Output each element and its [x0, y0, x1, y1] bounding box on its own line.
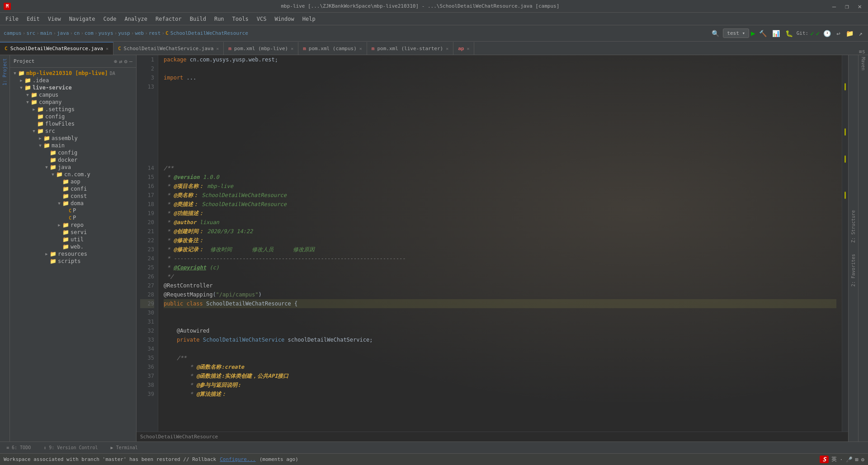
tab-close-button-6[interactable]: ✕ — [467, 46, 469, 51]
menu-file[interactable]: File — [2, 14, 22, 23]
menu-navigate[interactable]: Navigate — [66, 14, 99, 23]
tree-item-const[interactable]: 📁 const — [10, 193, 136, 200]
git-check-2[interactable]: ✓ — [816, 30, 820, 37]
tree-item-flowfiles[interactable]: 📁 flowFiles — [10, 120, 136, 127]
git-check-1[interactable]: ✓ — [810, 30, 814, 37]
breadcrumb-java[interactable]: java — [57, 30, 69, 36]
breadcrumb-cn[interactable]: cn — [74, 30, 80, 36]
tab-school-detail-we-chat-service[interactable]: C SchoolDetailWeChatService.java ✕ — [113, 42, 224, 55]
tree-item-settings[interactable]: ▶ 📁 .settings — [10, 106, 136, 113]
menu-analyze[interactable]: Analyze — [121, 14, 151, 23]
menu-build[interactable]: Build — [186, 14, 210, 23]
panel-add-icon[interactable]: ⊕ — [114, 58, 117, 65]
tree-item-scripts[interactable]: 📁 scripts — [10, 258, 136, 265]
breadcrumb-class[interactable]: SchoolDetailWeChatResource — [170, 30, 248, 36]
close-button[interactable]: ✕ — [855, 2, 864, 11]
menu-run[interactable]: Run — [211, 14, 228, 23]
tree-item-doma[interactable]: ▼ 📁 doma — [10, 200, 136, 207]
tree-item-java[interactable]: ▼ 📁 java — [10, 164, 136, 171]
tree-item-assembly[interactable]: ▶ 📁 assembly — [10, 135, 136, 142]
search-toolbar-icon[interactable]: 🔍 — [710, 29, 721, 38]
tab-ap[interactable]: ap ✕ — [453, 42, 474, 55]
menu-refactor[interactable]: Refactor — [152, 14, 185, 23]
tree-item-repo[interactable]: ▶ 📁 repo — [10, 221, 136, 229]
coverage-icon[interactable]: 📊 — [770, 29, 782, 38]
breadcrumb-rest[interactable]: rest — [149, 30, 161, 36]
menu-view[interactable]: View — [44, 14, 65, 23]
tree-item-class-p1[interactable]: C P — [10, 207, 136, 214]
bottom-tab-terminal[interactable]: ▶ Terminal — [106, 444, 142, 451]
ime-dot[interactable]: · — [840, 456, 843, 463]
menu-window[interactable]: Window — [271, 14, 297, 23]
menu-vcs[interactable]: VCS — [253, 14, 270, 23]
folder-icon-cncom: 📁 — [56, 171, 63, 178]
tab-close-button-5[interactable]: ✕ — [446, 46, 448, 51]
run-button[interactable]: ▶ — [751, 29, 755, 38]
tab-overflow-button[interactable]: ≡s — [856, 48, 868, 55]
breadcrumb-src[interactable]: src — [26, 30, 35, 36]
tab-close-button-4[interactable]: ✕ — [359, 46, 362, 51]
menu-tools[interactable]: Tools — [229, 14, 252, 23]
breadcrumb-yusys[interactable]: yusys — [99, 30, 113, 36]
tree-item-src[interactable]: ▼ 📁 src — [10, 127, 136, 135]
breadcrumb-com[interactable]: com — [85, 30, 94, 36]
tree-da-badge: DA — [110, 71, 115, 76]
tree-item-servi[interactable]: 📁 servi — [10, 229, 136, 236]
breadcrumb-yusp[interactable]: yusp — [118, 30, 130, 36]
tab-close-button[interactable]: ✕ — [106, 46, 108, 51]
tree-item-docker[interactable]: 📁 docker — [10, 156, 136, 164]
tree-item-main[interactable]: ▼ 📁 main — [10, 142, 136, 149]
tree-item-web[interactable]: 📁 web. — [10, 243, 136, 250]
tab-close-button-3[interactable]: ✕ — [291, 46, 293, 51]
tab-pom-mbp-live[interactable]: m pom.xml (mbp-live) ✕ — [224, 42, 298, 55]
share-icon[interactable]: ↗ — [857, 29, 864, 38]
breadcrumb-main[interactable]: main — [40, 30, 52, 36]
tab-pom-live-starter[interactable]: m pom.xml (live-starter) ✕ — [367, 42, 453, 55]
tab-pom-campus[interactable]: m pom.xml (campus) ✕ — [298, 42, 367, 55]
configure-link[interactable]: Configure... — [220, 456, 255, 462]
tree-item-cncom[interactable]: ▼ 📁 cn.com.y — [10, 171, 136, 178]
panel-sync-icon[interactable]: ⇄ — [119, 58, 122, 65]
ime-grid[interactable]: ⊞ — [855, 456, 859, 463]
tab-close-button-2[interactable]: ✕ — [216, 46, 219, 51]
menu-help[interactable]: Help — [299, 14, 319, 23]
run-config-dropdown[interactable]: test ▾ — [723, 28, 749, 38]
tree-item-aop[interactable]: 📁 aop — [10, 178, 136, 185]
tree-item-resources[interactable]: ▶ 📁 resources — [10, 250, 136, 258]
minimize-button[interactable]: — — [830, 2, 839, 11]
tree-item-config2[interactable]: 📁 config — [10, 149, 136, 156]
z-structure-label[interactable]: Z: Structure — [850, 208, 857, 244]
tree-item-idea[interactable]: ▶ 📁 .idea — [10, 77, 136, 84]
menu-code[interactable]: Code — [100, 14, 120, 23]
tree-item-confi[interactable]: 📁 confi — [10, 185, 136, 193]
build-icon[interactable]: 🔨 — [757, 29, 769, 38]
ime-settings[interactable]: ⚙ — [861, 456, 864, 463]
tree-item-root[interactable]: ▼ 📁 mbp-live210310 [mbp-live] DA — [10, 70, 136, 77]
tree-item-util[interactable]: 📁 util — [10, 236, 136, 243]
tree-item-class-p2[interactable]: C P — [10, 214, 136, 221]
folder-icon[interactable]: 📁 — [844, 29, 855, 38]
bottom-tab-version-control[interactable]: ↕ 9: Version Control — [39, 444, 102, 451]
clock-icon[interactable]: 🕐 — [821, 29, 833, 38]
ime-mic[interactable]: 🎤 — [846, 456, 853, 463]
tab-school-detail-we-chat-resource[interactable]: C SchoolDetailWeChatResource.java ✕ — [0, 42, 113, 55]
breadcrumb-campus[interactable]: campus — [4, 30, 22, 36]
undo-icon[interactable]: ↩ — [835, 29, 842, 38]
tree-item-campus[interactable]: ▼ 📁 campus — [10, 91, 136, 99]
bottom-tab-todo[interactable]: ≡ 6: TODO — [2, 444, 35, 451]
menu-edit[interactable]: Edit — [23, 14, 43, 23]
code-scroll-area[interactable]: 1 2 3 13 14 15 16 17 18 19 20 21 22 23 2… — [137, 55, 848, 432]
tree-label-assembly: assembly — [52, 135, 78, 141]
ime-lang[interactable]: 英 — [831, 456, 837, 463]
maximize-button[interactable]: ❐ — [842, 2, 851, 11]
tree-item-company[interactable]: ▼ 📁 company — [10, 99, 136, 106]
panel-settings-icon[interactable]: ⚙ — [124, 58, 127, 65]
maven-label[interactable]: Maven — [861, 57, 866, 70]
tree-item-config[interactable]: 📁 config — [10, 113, 136, 120]
debug-icon[interactable]: 🐛 — [783, 29, 795, 38]
tree-item-live-service[interactable]: ▼ 📁 live-service — [10, 84, 136, 91]
breadcrumb-web[interactable]: web — [135, 30, 144, 36]
project-panel-toggle[interactable]: 1: Project — [1, 57, 9, 87]
panel-collapse-icon[interactable]: — — [129, 58, 132, 65]
z-favorites-label[interactable]: 2: Favorites — [850, 252, 857, 288]
